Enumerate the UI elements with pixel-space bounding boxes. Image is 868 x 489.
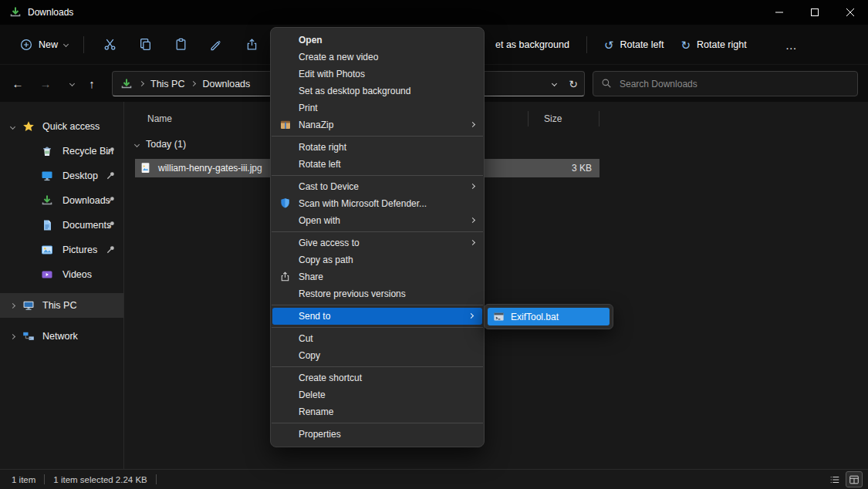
menu-item-rotate-right[interactable]: Rotate right: [271, 139, 484, 156]
sidebar-item-downloads[interactable]: Downloads: [0, 188, 123, 213]
breadcrumb-this-pc[interactable]: This PC: [150, 79, 184, 89]
sidebar-item-this-pc[interactable]: This PC: [0, 293, 123, 318]
menu-item-label: Copy: [299, 350, 320, 361]
this-pc-icon: [22, 299, 35, 312]
menu-item-give-access-to[interactable]: Give access to: [271, 234, 484, 251]
set-as-background-button[interactable]: et as background: [488, 35, 577, 55]
menu-item-send-to[interactable]: Send to: [272, 308, 482, 325]
submenu-item-exiftool[interactable]: ExifTool.bat: [488, 308, 610, 325]
menu-item-label: Rename: [299, 406, 333, 417]
menu-item-copy[interactable]: Copy: [271, 347, 484, 364]
minimize-button[interactable]: [762, 0, 797, 25]
sidebar-item-videos[interactable]: Videos: [0, 262, 123, 287]
group-header-today[interactable]: Today (1): [135, 136, 289, 153]
details-view-button[interactable]: [826, 471, 843, 487]
menu-item-label: Edit with Photos: [299, 69, 365, 79]
address-bar-controls: ↻: [552, 78, 578, 90]
rotate-left-button[interactable]: ↺ Rotate left: [596, 35, 672, 56]
submenu-arrow-icon: [470, 218, 475, 223]
menu-item-restore-previous-versions[interactable]: Restore previous versions: [271, 285, 484, 302]
refresh-button[interactable]: ↻: [569, 78, 578, 90]
sidebar-item-label: Downloads: [62, 195, 110, 206]
menu-item-cast-to-device[interactable]: Cast to Device: [271, 178, 484, 195]
menu-item-copy-as-path[interactable]: Copy as path: [271, 251, 484, 268]
copy-button[interactable]: [127, 32, 163, 58]
submenu-arrow-icon: [470, 122, 475, 127]
sidebar-item-label: Quick access: [42, 121, 100, 132]
menu-item-label: Print: [299, 103, 318, 113]
expander-chevron-icon[interactable]: [10, 123, 15, 129]
sidebar-item-label: Videos: [62, 269, 92, 280]
back-button[interactable]: ←: [6, 72, 29, 95]
sidebar-spacer: [0, 287, 123, 293]
expander-chevron-icon[interactable]: [10, 302, 15, 308]
paste-icon: [174, 38, 187, 51]
menu-item-properties[interactable]: Properties: [271, 426, 484, 443]
thumbnail-view-button[interactable]: [846, 471, 863, 487]
rotate-right-icon: ↻: [681, 39, 691, 51]
column-header-size[interactable]: Size: [529, 111, 599, 126]
menu-item-delete[interactable]: Delete: [271, 386, 484, 403]
rename-button[interactable]: [198, 32, 234, 58]
menu-separator: [272, 175, 483, 176]
search-input[interactable]: [620, 79, 849, 89]
search-box: [593, 71, 858, 96]
menu-item-cut[interactable]: Cut: [271, 330, 484, 347]
caption-buttons: [762, 0, 868, 25]
sidebar-item-recycle-bin[interactable]: Recycle Bin: [0, 139, 123, 164]
window-title: Downloads: [28, 7, 73, 18]
menu-item-share[interactable]: Share: [271, 268, 484, 285]
toolbar-divider: [83, 36, 84, 53]
menu-item-label: Delete: [299, 390, 326, 400]
status-bar: 1 item 1 item selected 2.24 KB: [0, 469, 868, 489]
menu-item-create-a-new-video[interactable]: Create a new video: [271, 49, 484, 66]
menu-item-create-shortcut[interactable]: Create shortcut: [271, 369, 484, 386]
share-icon: [245, 38, 258, 51]
set-as-background-label: et as background: [495, 39, 569, 50]
menu-item-nanazip[interactable]: NanaZip: [271, 116, 484, 133]
breadcrumb-downloads[interactable]: Downloads: [202, 79, 250, 89]
rotate-left-icon: ↺: [604, 39, 614, 51]
sidebar-item-documents[interactable]: Documents: [0, 213, 123, 238]
new-button[interactable]: New: [12, 33, 76, 56]
view-toggles: [826, 471, 863, 487]
menu-item-set-as-desktop-background[interactable]: Set as desktop background: [271, 83, 484, 99]
sidebar-item-quick-access[interactable]: Quick access: [0, 114, 123, 139]
status-divider: [156, 474, 157, 484]
menu-item-label: Open: [299, 35, 323, 46]
menu-item-open-with[interactable]: Open with: [271, 212, 484, 229]
menu-item-rename[interactable]: Rename: [271, 403, 484, 420]
menu-item-scan-with-microsoft-defender[interactable]: Scan with Microsoft Defender...: [271, 195, 484, 212]
sidebar-item-pictures[interactable]: Pictures: [0, 238, 123, 262]
titlebar-app: Downloads: [0, 6, 73, 19]
menu-item-label: Scan with Microsoft Defender...: [299, 198, 427, 209]
navigation-pane: Quick access Recycle Bin Desktop D: [0, 102, 124, 469]
share-button[interactable]: [234, 32, 269, 58]
up-button[interactable]: ↑: [80, 72, 103, 95]
more-options-button[interactable]: …: [778, 34, 806, 56]
sidebar-item-desktop[interactable]: Desktop: [0, 164, 123, 188]
breadcrumb-chevron-icon: [139, 81, 144, 86]
rotate-right-label: Rotate right: [697, 39, 747, 50]
toolbar-right-commands: et as background ↺ Rotate left ↻ Rotate …: [488, 25, 806, 65]
address-dropdown-icon[interactable]: [552, 81, 557, 86]
image-file-icon: [140, 162, 152, 174]
maximize-button[interactable]: [797, 0, 833, 25]
new-plus-icon: [20, 39, 32, 51]
forward-button[interactable]: →: [34, 72, 57, 95]
downloads-icon: [41, 194, 53, 207]
rotate-right-button[interactable]: ↻ Rotate right: [673, 35, 754, 56]
group-collapse-chevron-icon[interactable]: [134, 141, 140, 147]
menu-item-print[interactable]: Print: [271, 99, 484, 116]
expander-chevron-icon[interactable]: [10, 333, 15, 339]
cut-button[interactable]: [92, 32, 127, 58]
close-button[interactable]: [833, 0, 868, 25]
chevron-down-icon: [63, 42, 69, 47]
menu-item-open[interactable]: Open: [271, 32, 484, 49]
menu-item-label: Share: [299, 271, 323, 282]
menu-item-edit-with-photos[interactable]: Edit with Photos: [271, 66, 484, 83]
paste-button[interactable]: [163, 32, 198, 58]
more-options-icon: …: [785, 39, 798, 52]
sidebar-item-network[interactable]: Network: [0, 324, 123, 349]
menu-item-rotate-left[interactable]: Rotate left: [271, 156, 484, 173]
